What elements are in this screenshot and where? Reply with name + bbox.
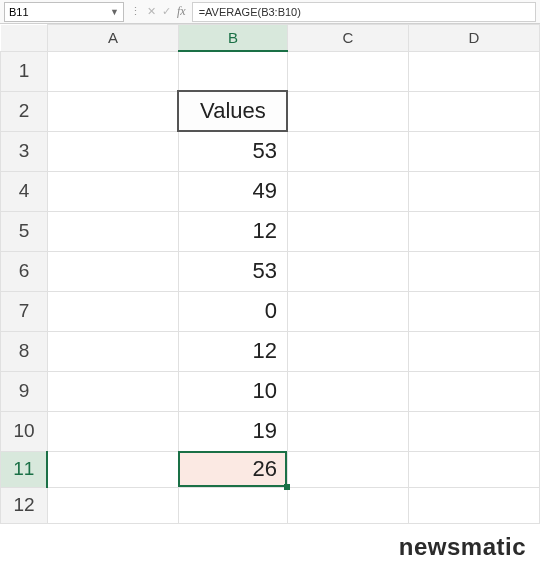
cell-c10[interactable] (287, 411, 408, 451)
cell-b1[interactable] (178, 51, 287, 91)
cell-c6[interactable] (287, 251, 408, 291)
cell-d8[interactable] (408, 331, 539, 371)
cell-a11[interactable] (47, 451, 178, 487)
cell-a1[interactable] (47, 51, 178, 91)
row-header-2[interactable]: 2 (1, 91, 48, 131)
cell-b4[interactable]: 49 (178, 171, 287, 211)
cell-c1[interactable] (287, 51, 408, 91)
name-box-dropdown-icon[interactable]: ▼ (110, 7, 119, 17)
cell-d6[interactable] (408, 251, 539, 291)
cell-c2[interactable] (287, 91, 408, 131)
formula-bar-icons: ✕ ✓ fx (147, 4, 186, 19)
cell-b7[interactable]: 0 (178, 291, 287, 331)
row-header-3[interactable]: 3 (1, 131, 48, 171)
cell-a9[interactable] (47, 371, 178, 411)
row-header-1[interactable]: 1 (1, 51, 48, 91)
row-header-6[interactable]: 6 (1, 251, 48, 291)
row-header-10[interactable]: 10 (1, 411, 48, 451)
row-header-9[interactable]: 9 (1, 371, 48, 411)
enter-icon[interactable]: ✓ (162, 5, 171, 18)
cell-d4[interactable] (408, 171, 539, 211)
select-all-corner[interactable] (1, 25, 47, 51)
cell-d7[interactable] (408, 291, 539, 331)
cell-d3[interactable] (408, 131, 539, 171)
separator-icon: ⋮ (130, 5, 141, 18)
cell-a4[interactable] (47, 171, 178, 211)
column-header-d[interactable]: D (408, 25, 539, 52)
cell-c5[interactable] (287, 211, 408, 251)
cancel-icon[interactable]: ✕ (147, 5, 156, 18)
formula-input[interactable] (192, 2, 536, 22)
cell-b3[interactable]: 53 (178, 131, 287, 171)
name-box[interactable]: B11 ▼ (4, 2, 124, 22)
column-header-c[interactable]: C (287, 25, 408, 52)
cell-b5[interactable]: 12 (178, 211, 287, 251)
cell-b11[interactable]: 26 (178, 451, 287, 487)
cell-a3[interactable] (47, 131, 178, 171)
cell-b6[interactable]: 53 (178, 251, 287, 291)
cell-c12[interactable] (287, 487, 408, 523)
row-header-5[interactable]: 5 (1, 211, 48, 251)
cell-b2[interactable]: Values (178, 91, 287, 131)
cell-a8[interactable] (47, 331, 178, 371)
row-header-8[interactable]: 8 (1, 331, 48, 371)
row-header-4[interactable]: 4 (1, 171, 48, 211)
cell-d2[interactable] (408, 91, 539, 131)
cell-a10[interactable] (47, 411, 178, 451)
cell-a6[interactable] (47, 251, 178, 291)
cell-c8[interactable] (287, 331, 408, 371)
cell-d5[interactable] (408, 211, 539, 251)
cell-b8[interactable]: 12 (178, 331, 287, 371)
cell-a12[interactable] (47, 487, 178, 523)
formula-bar: B11 ▼ ⋮ ✕ ✓ fx (0, 0, 540, 24)
row-header-7[interactable]: 7 (1, 291, 48, 331)
cell-d9[interactable] (408, 371, 539, 411)
cell-b10[interactable]: 19 (178, 411, 287, 451)
fx-icon[interactable]: fx (177, 4, 186, 19)
cell-c4[interactable] (287, 171, 408, 211)
cell-d11[interactable] (408, 451, 539, 487)
cell-d12[interactable] (408, 487, 539, 523)
cell-a7[interactable] (47, 291, 178, 331)
cell-d1[interactable] (408, 51, 539, 91)
column-header-b[interactable]: B (178, 25, 287, 52)
cell-b12[interactable] (178, 487, 287, 523)
cell-c9[interactable] (287, 371, 408, 411)
cell-b9[interactable]: 10 (178, 371, 287, 411)
cell-c11[interactable] (287, 451, 408, 487)
row-header-12[interactable]: 12 (1, 487, 48, 523)
cell-a5[interactable] (47, 211, 178, 251)
name-box-value: B11 (9, 6, 29, 18)
column-header-a[interactable]: A (47, 25, 178, 52)
row-header-11[interactable]: 11 (1, 451, 48, 487)
cell-c3[interactable] (287, 131, 408, 171)
watermark-text: newsmatic (399, 533, 526, 561)
cell-a2[interactable] (47, 91, 178, 131)
cell-c7[interactable] (287, 291, 408, 331)
cell-d10[interactable] (408, 411, 539, 451)
spreadsheet-grid[interactable]: A B C D 1 2 Values 3 53 4 49 5 12 (0, 24, 540, 524)
